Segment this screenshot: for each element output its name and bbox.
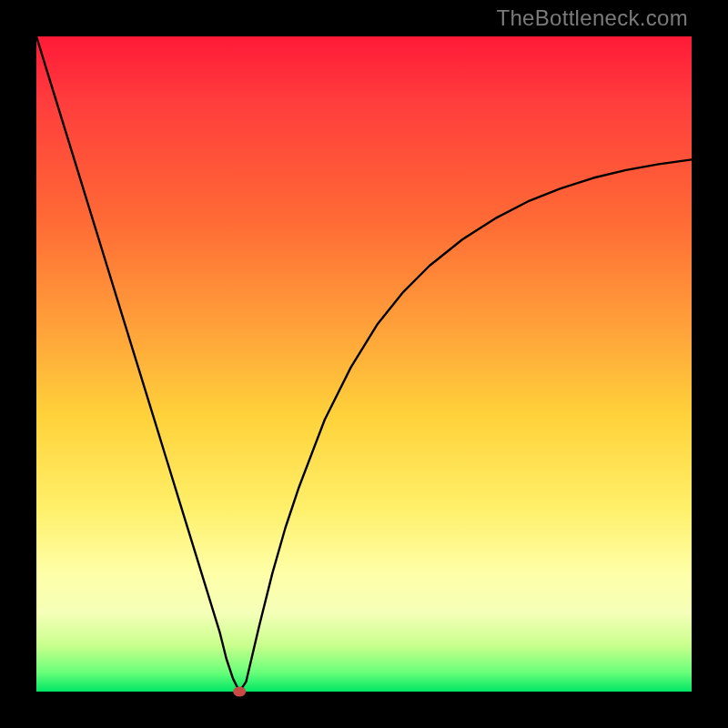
- bottleneck-curve: [36, 36, 692, 692]
- plot-area: [36, 36, 692, 692]
- minimum-marker: [233, 687, 246, 697]
- watermark-text: TheBottleneck.com: [496, 5, 688, 31]
- curve-path: [36, 36, 692, 692]
- chart-frame: TheBottleneck.com: [0, 0, 728, 728]
